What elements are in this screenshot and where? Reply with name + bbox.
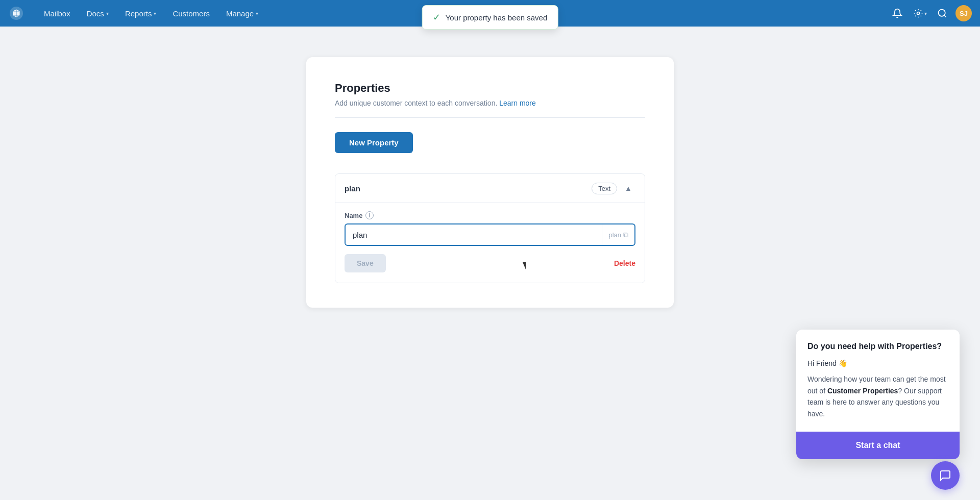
page-title: Properties (335, 82, 645, 95)
settings-caret: ▾ (924, 11, 927, 16)
svg-point-1 (917, 12, 919, 15)
help-panel-body: Do you need help with Properties? Hi Fri… (796, 330, 960, 419)
avatar[interactable]: SJ (955, 5, 972, 21)
collapse-button[interactable]: ▲ (621, 181, 635, 195)
chat-fab-button[interactable] (931, 461, 960, 490)
save-button[interactable]: Save (345, 254, 386, 272)
nav-customers[interactable]: Customers (165, 6, 217, 21)
settings-button[interactable]: ▾ (911, 4, 929, 22)
nav-docs[interactable]: Docs ▾ (80, 6, 116, 21)
property-row: plan Text ▲ Name i plan ⧉ (335, 173, 645, 283)
info-icon[interactable]: i (365, 211, 374, 219)
learn-more-link[interactable]: Learn more (499, 99, 536, 107)
delete-button[interactable]: Delete (614, 259, 635, 267)
success-toast: ✓ Your property has been saved (422, 5, 558, 30)
page-subtitle: Add unique customer context to each conv… (335, 99, 645, 107)
notifications-button[interactable] (888, 4, 906, 22)
check-icon: ✓ (433, 12, 440, 23)
app-logo[interactable] (8, 5, 24, 21)
help-text: Wondering how your team can get the most… (807, 373, 948, 419)
properties-card: Properties Add unique customer context t… (306, 57, 674, 308)
help-panel: Do you need help with Properties? Hi Fri… (796, 330, 960, 459)
nav-right: ▾ SJ (888, 4, 972, 22)
action-row: Save Delete (345, 254, 635, 272)
new-property-button[interactable]: New Property (335, 132, 413, 153)
docs-caret-icon: ▾ (106, 11, 109, 16)
nav-reports[interactable]: Reports ▾ (118, 6, 164, 21)
manage-caret-icon: ▾ (256, 11, 258, 16)
name-input[interactable] (346, 226, 602, 244)
divider (335, 117, 645, 118)
help-greeting: Hi Friend 👋 (807, 359, 948, 367)
svg-point-2 (939, 10, 945, 16)
name-input-suffix: plan ⧉ (602, 224, 634, 245)
start-chat-button[interactable]: Start a chat (796, 432, 960, 459)
nav-mailbox[interactable]: Mailbox (37, 6, 78, 21)
nav-manage[interactable]: Manage ▾ (219, 6, 265, 21)
property-header-right: Text ▲ (592, 181, 635, 195)
search-button[interactable] (933, 4, 951, 22)
field-label: Name i (345, 211, 635, 219)
property-body: Name i plan ⧉ Save Delete (335, 203, 645, 283)
property-header: plan Text ▲ (335, 174, 645, 203)
reports-caret-icon: ▾ (154, 11, 156, 16)
help-title: Do you need help with Properties? (807, 342, 948, 351)
toast-message: Your property has been saved (446, 13, 548, 22)
copy-icon[interactable]: ⧉ (623, 231, 628, 239)
type-badge: Text (592, 183, 617, 194)
property-name: plan (345, 184, 360, 193)
name-input-wrapper: plan ⧉ (345, 223, 635, 246)
